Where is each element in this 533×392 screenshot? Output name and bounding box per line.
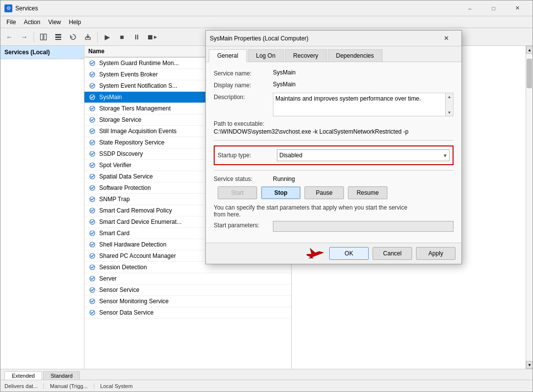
stop-service-button[interactable]: Stop bbox=[261, 186, 301, 199]
startup-type-select[interactable]: Automatic Automatic (Delayed Start) Manu… bbox=[277, 149, 450, 161]
dialog-tab-general[interactable]: General bbox=[209, 49, 247, 62]
start-service-button[interactable]: Start bbox=[218, 186, 257, 199]
service-name-label: Service name: bbox=[214, 69, 273, 77]
divider-2 bbox=[214, 170, 454, 171]
action-buttons: Start Stop Pause Resume bbox=[214, 186, 454, 199]
dialog-tab-recovery[interactable]: Recovery bbox=[285, 49, 327, 62]
startup-type-row: Startup type: Automatic Automatic (Delay… bbox=[214, 145, 454, 165]
description-scrollbar: ▲ ▼ bbox=[445, 93, 453, 116]
dialog-title: SysMain Properties (Local Computer) bbox=[210, 35, 435, 42]
description-label: Description: bbox=[214, 93, 273, 101]
dialog-close-button[interactable]: ✕ bbox=[435, 31, 457, 46]
desc-scroll-up[interactable]: ▲ bbox=[446, 93, 453, 100]
start-params-input[interactable] bbox=[273, 221, 454, 232]
dialog-tab-logon[interactable]: Log On bbox=[248, 49, 284, 62]
main-window: ⚙ Services – □ ✕ File Action View Help ←… bbox=[0, 0, 533, 392]
resume-service-button[interactable]: Resume bbox=[348, 186, 387, 199]
service-status-label: Service status: bbox=[214, 176, 273, 182]
display-name-label: Display name: bbox=[214, 81, 273, 89]
desc-scroll-down[interactable]: ▼ bbox=[446, 109, 453, 116]
service-status-value: Running bbox=[273, 176, 295, 182]
description-text: Maintains and improves system performanc… bbox=[275, 95, 451, 102]
start-params-label: Start parameters: bbox=[214, 221, 273, 229]
divider-1 bbox=[214, 140, 454, 141]
path-section: Path to executable: C:\WINDOWS\system32\… bbox=[214, 120, 454, 135]
dialog-overlay: SysMain Properties (Local Computer) ✕ Ge… bbox=[0, 0, 533, 392]
start-params-row: Start parameters: bbox=[214, 221, 454, 232]
apply-button[interactable]: Apply bbox=[416, 247, 456, 260]
dialog-tabs: General Log On Recovery Dependencies bbox=[206, 46, 461, 62]
ok-button[interactable]: OK bbox=[329, 247, 369, 260]
params-description: You can specify the start parameters tha… bbox=[214, 204, 454, 218]
dialog-title-bar: SysMain Properties (Local Computer) ✕ bbox=[206, 31, 461, 46]
description-row: Description: Maintains and improves syst… bbox=[214, 93, 454, 116]
dialog-tab-dependencies[interactable]: Dependencies bbox=[328, 49, 382, 62]
display-name-value: SysMain bbox=[273, 81, 454, 88]
startup-type-label: Startup type: bbox=[218, 152, 277, 159]
dialog-footer: OK Cancel Apply bbox=[206, 243, 461, 264]
service-name-row: Service name: SysMain bbox=[214, 69, 454, 77]
path-label: Path to executable: bbox=[214, 120, 454, 127]
description-field: Maintains and improves system performanc… bbox=[273, 93, 454, 116]
display-name-row: Display name: SysMain bbox=[214, 81, 454, 89]
path-value: C:\WINDOWS\system32\svchost.exe -k Local… bbox=[214, 128, 454, 135]
startup-type-wrapper: Automatic Automatic (Delayed Start) Manu… bbox=[277, 149, 450, 161]
service-name-value: SysMain bbox=[273, 69, 454, 76]
properties-dialog: SysMain Properties (Local Computer) ✕ Ge… bbox=[205, 30, 462, 264]
service-status-row: Service status: Running bbox=[214, 176, 454, 182]
pause-service-button[interactable]: Pause bbox=[305, 186, 344, 199]
cancel-button[interactable]: Cancel bbox=[373, 247, 412, 260]
dialog-body: Service name: SysMain Display name: SysM… bbox=[206, 62, 461, 243]
